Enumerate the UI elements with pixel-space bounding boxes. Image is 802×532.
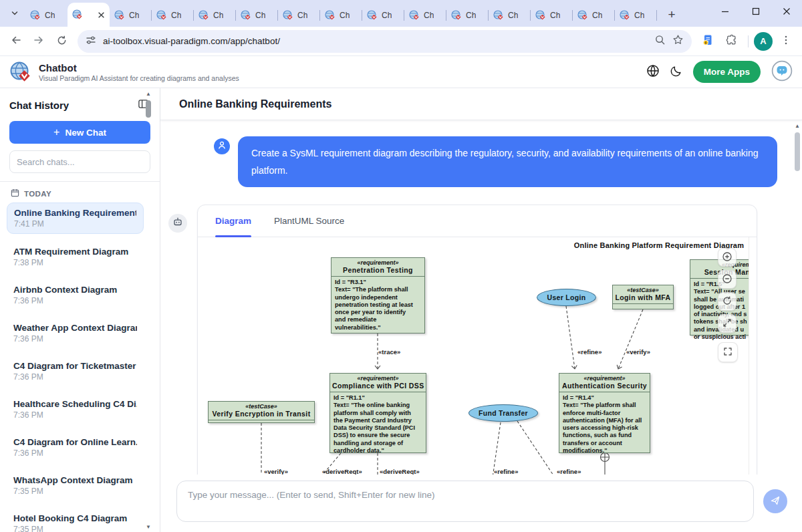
- chat-history-item[interactable]: ATM Requirement Diagram7:38 PM: [7, 242, 144, 272]
- scroll-down-arrow[interactable]: ▼: [145, 524, 152, 531]
- reset-view-button[interactable]: [718, 292, 737, 311]
- tab-search-button[interactable]: [5, 5, 24, 23]
- language-button[interactable]: [646, 64, 660, 80]
- new-chat-button[interactable]: + New Chat: [9, 121, 150, 144]
- chat-history-item[interactable]: Weather App Context Diagram7:36 PM: [7, 318, 144, 348]
- app-subtitle: Visual Paradigm AI Assistant for creatin…: [39, 74, 239, 82]
- visual-paradigm-favicon: [620, 10, 630, 21]
- node-stereotype: «requirement»: [331, 258, 424, 266]
- chat-history-item[interactable]: C4 Diagram for Online Learn...7:36 PM: [7, 432, 144, 462]
- chat-history-item[interactable]: Hotel Booking C4 Diagram7:35 PM: [7, 509, 144, 532]
- chat-history-list: TODAY Online Banking Requirements7:41 PM…: [0, 182, 160, 532]
- plus-icon: +: [53, 126, 59, 138]
- profile-avatar[interactable]: A: [754, 32, 773, 51]
- browser-tab[interactable]: Ch: [25, 4, 68, 27]
- visual-paradigm-favicon: [535, 10, 546, 21]
- dark-mode-button[interactable]: [670, 65, 682, 79]
- browser-tab[interactable]: Ch: [489, 4, 531, 27]
- edge-label: «deriveReqt»: [380, 468, 420, 475]
- message-input[interactable]: [176, 481, 754, 522]
- forward-button[interactable]: [28, 31, 49, 52]
- chatbot-avatar[interactable]: [771, 60, 793, 84]
- chat-history-item[interactable]: C4 Diagram for Ticketmaster7:36 PM: [7, 356, 144, 386]
- browser-tab[interactable]: Ch: [531, 4, 573, 27]
- send-button[interactable]: [763, 489, 787, 513]
- zoom-page-icon[interactable]: [654, 34, 666, 48]
- browser-tab[interactable]: Ch: [278, 4, 320, 27]
- toolbar-separator: [748, 35, 749, 47]
- diagram-node-login-with-mfa: «testCase»Login with MFA: [612, 285, 674, 309]
- fit-view-button[interactable]: [718, 314, 737, 333]
- reload-button[interactable]: [51, 31, 72, 52]
- tab-label: Ch: [171, 11, 181, 20]
- browser-tab[interactable]: Ch: [446, 4, 489, 27]
- chat-history-item[interactable]: Online Banking Requirements7:41 PM: [7, 203, 144, 234]
- edge-label: «trace»: [378, 348, 400, 356]
- main-scrollbar[interactable]: ▲: [794, 123, 801, 130]
- extensions-button[interactable]: [721, 31, 743, 52]
- reload-icon: [56, 35, 68, 48]
- browser-tab[interactable]: Ch: [110, 4, 152, 27]
- browser-tab[interactable]: Ch: [615, 4, 657, 27]
- browser-tab[interactable]: Ch: [194, 4, 236, 27]
- reset-view-icon: [722, 295, 732, 308]
- sidebar-scroll-thumb[interactable]: [146, 100, 151, 118]
- visual-paradigm-favicon: [451, 10, 462, 21]
- tab-diagram[interactable]: Diagram: [215, 205, 251, 237]
- main-scroll-thumb[interactable]: [795, 132, 800, 171]
- tab-label: Ch: [255, 11, 265, 20]
- browser-tab[interactable]: Ch: [236, 4, 278, 27]
- user-avatar: [214, 138, 230, 154]
- zoom-in-button[interactable]: [718, 248, 737, 267]
- search-chats-input[interactable]: [9, 150, 150, 173]
- zoom-out-button[interactable]: [718, 270, 737, 289]
- edge-label: «verify»: [626, 348, 650, 356]
- browser-tab[interactable]: Ch: [320, 4, 362, 27]
- visual-paradigm-favicon: [325, 10, 336, 21]
- tab-label: Ch: [297, 11, 307, 20]
- chat-history-item[interactable]: Airbnb Context Diagram7:36 PM: [7, 280, 144, 310]
- browser-tab-active[interactable]: [68, 3, 110, 27]
- diagram-canvas[interactable]: Online Banking Platform Requirement Diag…: [198, 237, 749, 475]
- chat-item-title: C4 Diagram for Online Learn...: [13, 437, 137, 447]
- section-label: TODAY: [24, 190, 51, 198]
- browser-tab[interactable]: Ch: [573, 4, 615, 27]
- back-button[interactable]: [5, 31, 27, 52]
- sidebar-scrollbar[interactable]: ▲ ▼: [145, 91, 152, 531]
- close-window-button[interactable]: [771, 0, 802, 23]
- more-apps-button[interactable]: More Apps: [693, 61, 761, 83]
- url-text[interactable]: ai-toolbox.visual-paradigm.com/app/chatb…: [103, 36, 648, 46]
- docs-offline-button[interactable]: [697, 31, 718, 52]
- node-name: Verify Encryption in Transit: [209, 410, 314, 420]
- address-bar[interactable]: ai-toolbox.visual-paradigm.com/app/chatb…: [78, 30, 692, 53]
- maximize-button[interactable]: [741, 0, 771, 23]
- site-settings-icon[interactable]: [86, 35, 96, 48]
- chat-history-item[interactable]: WhatsApp Context Diagram7:35 PM: [7, 471, 144, 501]
- browser-tab[interactable]: Ch: [152, 4, 194, 27]
- chat-item-title: Online Banking Requirements: [14, 208, 136, 218]
- diagram-node-user-login: User Login: [537, 289, 596, 306]
- main-scroll-up-arrow[interactable]: ▲: [794, 123, 801, 130]
- node-name: Authentication Security: [559, 382, 650, 392]
- tab-label: Ch: [634, 11, 644, 20]
- browser-tab[interactable]: Ch: [362, 4, 404, 27]
- chat-scroll-area[interactable]: ▲ Create a SysML requirement diagram des…: [160, 120, 802, 475]
- browser-menu-button[interactable]: [775, 31, 797, 52]
- visual-paradigm-favicon: [198, 10, 209, 21]
- person-icon: [217, 140, 227, 152]
- visual-paradigm-favicon: [72, 9, 83, 20]
- browser-tab[interactable]: Ch: [404, 4, 446, 27]
- new-tab-button[interactable]: +: [662, 5, 681, 23]
- edge-label: «refine»: [494, 468, 518, 475]
- node-body: [209, 420, 314, 426]
- scroll-up-arrow[interactable]: ▲: [145, 91, 152, 98]
- tab-plantuml-source[interactable]: PlantUML Source: [274, 205, 344, 237]
- chevron-down-icon: [11, 9, 19, 19]
- bookmark-star-icon[interactable]: [672, 34, 684, 48]
- chat-history-item[interactable]: Healthcare Scheduling C4 Di...7:36 PM: [7, 394, 144, 424]
- tab-label: Ch: [129, 11, 139, 20]
- tab-close-button[interactable]: [98, 11, 105, 19]
- app-body: Chat History + New Chat TODAY Online Ban…: [0, 88, 802, 532]
- minimize-button[interactable]: [710, 0, 741, 23]
- fullscreen-button[interactable]: [718, 342, 738, 362]
